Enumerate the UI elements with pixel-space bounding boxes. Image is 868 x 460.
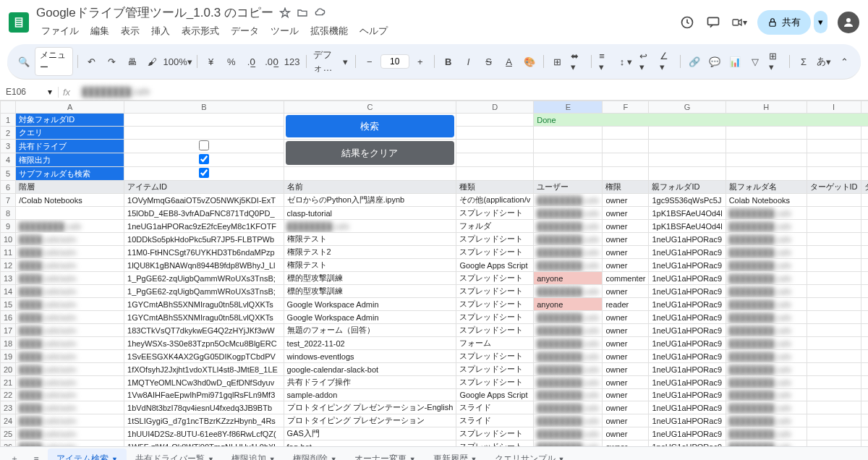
menu-編集[interactable]: 編集 [85,22,114,40]
percent-icon[interactable]: % [222,52,241,71]
table-row[interactable]: 10████.cafe/adm10DDkSo5pkHdoPkc5uR7JP5-F… [1,233,869,246]
sheet-tab[interactable]: オーナー変更▼ [346,448,425,460]
strike-icon[interactable]: S [480,52,498,71]
table-row[interactable]: 14████.cafe/adm1_PgGE62-zqUigbQammWRoUXs… [1,285,869,298]
table-row[interactable]: 21████.cafe/adm1MQTYeOMLNCw3hd0wD_qEfDNf… [1,376,869,389]
share-button[interactable]: 共有 [757,10,811,35]
toolbar-collapse-icon[interactable]: ⌃ [835,52,854,71]
fontsize-decrease[interactable]: − [360,52,379,71]
table-row[interactable]: 19████.cafe/adm1SvEESGXK4AX2GgG05DIKogpT… [1,350,869,363]
fill-color-icon[interactable]: 🎨 [520,52,539,71]
font-select[interactable]: デフォ… ▾ [310,52,351,71]
table-row[interactable]: 22████.cafe/adm1Vw8AIHFaeEpwIhPmi971gqlR… [1,389,869,401]
sheet-tabs-bar: ＋ ≡ アイテム検索▼共有ドライバー覧▼権限追加▼権限削除▼オーナー変更▼更新履… [0,446,868,460]
sheets-logo[interactable] [9,12,29,33]
star-icon[interactable] [279,7,291,19]
status-done: Done [534,114,868,127]
table-row[interactable]: 15████.cafe/adm1GYCmtABhS5XNMIragu0tn58L… [1,298,869,311]
table-row[interactable]: 11████.cafe/adm11M0-FtHNCSgt76UYKHD3Tb6n… [1,246,869,259]
shared-drive-checkbox[interactable] [199,140,209,150]
menu-表示形式[interactable]: 表示形式 [176,22,224,40]
table-row[interactable]: 20████.cafe/adm1fXOfsyhJ2Jxjht1vdoXTLI4s… [1,363,869,376]
share-label: 共有 [782,16,801,29]
menu-拡張機能[interactable]: 拡張機能 [305,22,353,40]
merge-icon[interactable]: ⬌ ▾ [568,52,587,71]
perm-output-checkbox[interactable] [199,154,209,164]
sheet-tab[interactable]: クエリサンプル▼ [486,448,574,460]
currency-icon[interactable]: ¥ [202,52,221,71]
label-target-folder: 対象フォルダID [16,114,124,127]
link-icon[interactable]: 🔗 [685,52,704,71]
spreadsheet-grid[interactable]: ABCD EFGHIJ 1対象フォルダID 検索 Done 2クエリ 3共有ドラ… [0,101,868,446]
comment-add-icon[interactable]: 💬 [705,52,724,71]
table-row[interactable]: 25████.cafe/adm1hUUI4D2Sz-8UTU-61ee8Y-f8… [1,427,869,440]
clear-results-button[interactable]: 結果をクリア [286,141,455,165]
print-icon[interactable]: 🖶 [122,52,141,71]
dec-increase[interactable]: .00̲ [263,52,281,71]
menu-表示[interactable]: 表示 [116,22,145,40]
filter-views-icon[interactable]: ⊞ ▾ [766,52,785,71]
chart-icon[interactable]: 📊 [726,52,744,71]
share-caret[interactable]: ▾ [814,11,827,33]
sheet-tab[interactable]: アイテム検索▼ [48,448,127,460]
avatar[interactable] [838,12,859,33]
borders-icon[interactable]: ⊞ [548,52,566,71]
column-headers[interactable]: ABCD EFGHIJ [1,101,869,114]
menu-button[interactable]: メニュー [35,47,73,76]
table-row[interactable]: 9████████.cafe1neUG1aHPORac9zE2fcEeyM8c1… [1,220,869,233]
all-sheets-button[interactable]: ≡ [26,449,46,461]
sheet-tab[interactable]: 共有ドライバー覧▼ [127,448,223,460]
menu-bar: ファイル編集表示挿入表示形式データツール拡張機能ヘルプ [36,22,672,40]
cloud-icon[interactable] [314,7,326,19]
sheet-tab[interactable]: 権限削除▼ [284,448,346,460]
table-row[interactable]: 7/Colab Notebooks1OVyMmqG6aaiOT5vZO5NWKj… [1,194,869,207]
italic-icon[interactable]: I [459,52,478,71]
table-row[interactable]: 13████.cafe/adm1_PgGE62-zqUigbQammWRoUXs… [1,272,869,285]
sheet-tab[interactable]: 権限追加▼ [223,448,284,460]
menu-ファイル[interactable]: ファイル [36,22,84,40]
add-sheet-button[interactable]: ＋ [4,449,25,461]
name-box[interactable] [6,87,42,97]
search-menu-icon[interactable]: 🔍 [14,52,33,71]
more-formats[interactable]: 123 [283,52,302,71]
input-lang[interactable]: あ ▾ [814,52,833,71]
redo-icon[interactable]: ↷ [102,52,121,71]
comment-icon[interactable] [705,14,721,30]
meet-icon[interactable]: ▾ [731,14,747,30]
table-row[interactable]: 17████.cafe/adm183CTkVsQT7dkykwEG4Q2zHYj… [1,324,869,337]
bold-icon[interactable]: B [439,52,458,71]
move-icon[interactable] [297,7,308,19]
filter-icon[interactable]: ▽ [746,52,765,71]
valign-icon[interactable]: ↕ ▾ [616,52,635,71]
formula-input[interactable]: ████████.cafe [80,85,862,98]
text-color-icon[interactable]: A [500,52,519,71]
table-row[interactable]: 16████.cafe/adm1GYCmtABhS5XNMIragu0tn58L… [1,311,869,324]
table-row[interactable]: 24████.cafe/adm1tSLIGygiG_d7g1ncTBzrKZzz… [1,414,869,427]
menu-ヘルプ[interactable]: ヘルプ [354,22,393,40]
fontsize-input[interactable] [380,54,409,69]
fontsize-increase[interactable]: + [411,52,430,71]
menu-ツール[interactable]: ツール [265,22,304,40]
wrap-icon[interactable]: ↩ ▾ [637,52,655,71]
rotate-icon[interactable]: ∠ ▾ [657,52,676,71]
functions-icon[interactable]: Σ [794,52,813,71]
table-row[interactable]: 815lObD_4EB8-3vfrADaFNC871TdQ0PD_clasp-t… [1,207,869,220]
subfolders-checkbox[interactable] [199,168,209,178]
menu-挿入[interactable]: 挿入 [146,22,175,40]
table-row[interactable]: 18████.cafe/adm1heyWSXs-3S0e83Tzpn5OcMcu… [1,337,869,350]
table-row[interactable]: 23████.cafe/adm1bVdN8t3bzI78qv4iesnU4fxe… [1,401,869,414]
undo-icon[interactable]: ↶ [82,52,101,71]
doc-title[interactable]: Googleドライブ管理ツール_1.0.3 のコピー [36,4,273,21]
sheet-tab[interactable]: 更新履歴▼ [425,448,486,460]
paint-format-icon[interactable]: 🖌 [142,52,161,71]
halign-icon[interactable]: ≡ ▾ [596,52,615,71]
table-row[interactable]: 12████.cafe/adm1lQU8K1gBNAWqn8944B9fdp8W… [1,259,869,272]
lock-icon [767,17,778,27]
menu-データ[interactable]: データ [226,22,264,40]
history-icon[interactable] [679,14,695,30]
svg-rect-1 [733,20,739,25]
search-button[interactable]: 検索 [286,115,455,137]
dec-decrease[interactable]: .0̲ [242,52,261,71]
zoom-select[interactable]: 100% ▾ [163,52,192,71]
table-row[interactable]: 26████.cafe/adm1W5F-zlW4-Qk8WTj00TmgNLUU… [1,440,869,447]
